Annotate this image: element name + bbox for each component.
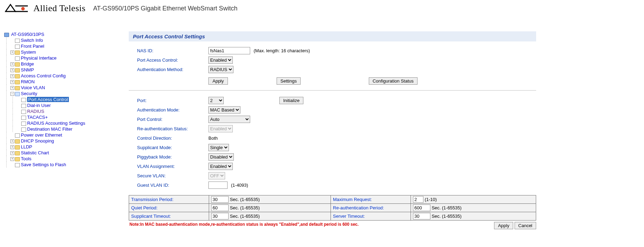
secure-vlan-label: Secure VLAN: [137, 173, 208, 178]
folder-icon [15, 74, 20, 78]
auth-method-select[interactable]: RADIUS [208, 66, 233, 73]
header: Allied Telesis AT-GS950/10PS Gigabit Eth… [0, 0, 644, 17]
tree-acl[interactable]: Access Control Config [21, 73, 66, 78]
tree-save-settings[interactable]: Save Settings to Flash [21, 162, 66, 167]
page-icon [21, 116, 26, 120]
page-title: Port Access Control Settings [129, 31, 536, 41]
folder-icon [15, 62, 20, 67]
quiet-period-label[interactable]: Quiet Period: [131, 205, 158, 210]
port-label: Port: [137, 98, 208, 103]
page-icon [21, 110, 26, 114]
supplicant-mode-label: Supplicant Mode: [137, 145, 208, 150]
collapse-icon[interactable]: − [10, 92, 14, 96]
settings-button[interactable]: Settings [277, 77, 301, 85]
nas-id-input[interactable] [208, 47, 250, 54]
maximum-request-hint: (1-10) [425, 197, 437, 202]
maximum-request-label[interactable]: Maximum Request: [333, 197, 372, 202]
tree-switch-info[interactable]: Switch Info [21, 38, 43, 43]
reauth-period-label[interactable]: Re-authentication Period: [333, 205, 384, 210]
initialize-button[interactable]: Initialize [279, 97, 303, 104]
expand-icon[interactable]: + [10, 86, 14, 90]
folder-icon [15, 68, 20, 72]
control-direction-value: Both [208, 136, 218, 141]
tree-tacacs[interactable]: TACACS+ [27, 115, 48, 120]
note-text: Note:In MAC based-authentication mode,re… [129, 221, 359, 227]
port-select[interactable]: 2 [208, 97, 224, 104]
tree-physical-interface[interactable]: Physical Interface [21, 55, 57, 61]
page-icon [21, 98, 26, 102]
transmission-period-label[interactable]: Transmission Period: [131, 197, 174, 202]
nav-tree: AT-GS950/10PS Switch Info Front Panel +S… [0, 17, 129, 229]
page-icon [21, 128, 26, 132]
tree-poe[interactable]: Power over Ethernet [21, 132, 62, 138]
quiet-period-hint: Sec. (1-65535) [230, 205, 260, 210]
reauth-period-input[interactable] [413, 204, 430, 211]
expand-icon[interactable]: + [10, 68, 14, 72]
port-control-select[interactable]: Auto [208, 116, 250, 123]
tree-system[interactable]: System [21, 49, 36, 55]
tree-lldp[interactable]: LLDP [21, 144, 32, 149]
divider [129, 90, 536, 91]
tree-dhcp-snooping[interactable]: DHCP Snooping [21, 138, 54, 144]
folder-icon [15, 157, 20, 161]
tree-rmon[interactable]: RMON [21, 79, 35, 84]
reauth-status-select: Enabled [208, 125, 233, 132]
quiet-period-input[interactable] [211, 204, 229, 211]
tree-front-panel[interactable]: Front Panel [21, 44, 44, 49]
port-control-label: Port Control: [137, 117, 208, 122]
tree-dest-mac-filter[interactable]: Destination MAC Filter [27, 126, 72, 132]
server-timeout-label[interactable]: Server Timeout: [333, 214, 365, 219]
expand-icon[interactable]: + [10, 80, 14, 84]
tree-dialin-user[interactable]: Dial-in User [27, 103, 51, 108]
tree-security[interactable]: Security [21, 91, 37, 96]
tree-voice-vlan[interactable]: Voice VLAN [21, 85, 45, 90]
expand-icon[interactable]: + [10, 145, 14, 149]
transmission-period-hint: Sec. (1-65535) [230, 197, 260, 202]
expand-icon[interactable]: + [10, 74, 14, 78]
apply-button-2[interactable]: Apply [494, 222, 513, 229]
cancel-button[interactable]: Cancel [515, 222, 536, 229]
folder-icon [15, 139, 20, 144]
maximum-request-input[interactable] [413, 196, 423, 203]
tree-bridge[interactable]: Bridge [21, 61, 34, 67]
configuration-status-button[interactable]: Configuration Status [369, 77, 418, 85]
piggyback-mode-select[interactable]: Disabled [208, 153, 234, 161]
tree-snmp[interactable]: SNMP [21, 67, 34, 72]
expand-icon[interactable]: + [10, 139, 14, 143]
server-timeout-input[interactable] [413, 213, 430, 219]
brand-logo-icon [5, 3, 29, 14]
piggyback-mode-label: Piggyback Mode: [137, 154, 208, 160]
page-icon [15, 163, 20, 167]
expand-icon[interactable]: + [10, 51, 14, 54]
port-access-control-select[interactable]: Enabled [208, 56, 233, 64]
auth-method-label: Authentication Method: [137, 67, 208, 72]
page-icon [15, 39, 20, 43]
tree-radius[interactable]: RADIUS [27, 109, 44, 114]
main-panel: Port Access Control Settings NAS ID: (Ma… [129, 17, 644, 229]
port-access-control-label: Port Access Control: [137, 57, 208, 63]
expand-icon[interactable]: + [10, 157, 14, 161]
guest-vlan-id-label: Guest VLAN ID: [137, 183, 208, 188]
supplicant-timeout-label[interactable]: Supplicant Timeout: [131, 214, 171, 219]
tree-radius-accounting[interactable]: RADIUS Accounting Settings [27, 121, 85, 126]
apply-button[interactable]: Apply [208, 77, 228, 85]
tree-statistic-chart[interactable]: Statistic Chart [21, 150, 49, 155]
svg-point-1 [21, 7, 25, 10]
tree-root[interactable]: AT-GS950/10PS [11, 32, 44, 37]
vlan-assignment-select[interactable]: Enabled [208, 163, 233, 170]
folder-icon [15, 51, 20, 55]
expand-icon[interactable]: + [10, 151, 14, 155]
params-table: Transmission Period: Sec. (1-65535) Maxi… [129, 195, 536, 221]
folder-icon [15, 86, 20, 90]
auth-mode-select[interactable]: MAC Based [208, 106, 240, 114]
product-title: AT-GS950/10PS Gigabit Ethernet WebSmart … [93, 5, 238, 12]
transmission-period-input[interactable] [211, 196, 229, 203]
expand-icon[interactable]: + [10, 62, 14, 66]
folder-icon [15, 151, 20, 155]
tree-port-access-control[interactable]: Port Access Control [27, 97, 69, 102]
guest-vlan-id-input[interactable] [208, 182, 228, 189]
supplicant-mode-select[interactable]: Single [208, 144, 229, 151]
supplicant-timeout-input[interactable] [211, 213, 229, 219]
tree-tools[interactable]: Tools [21, 156, 31, 161]
nas-id-hint: (Max. length: 16 characters) [254, 48, 310, 53]
